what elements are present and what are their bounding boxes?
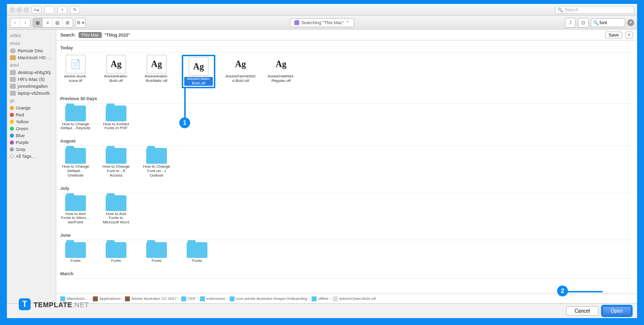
path-segment[interactable]: AdobeClean-Bold.otf (339, 296, 376, 301)
search-icon: 🔍 (558, 7, 563, 12)
arrange-button[interactable]: ⚙ ▾ (75, 18, 86, 28)
sidebar-item-remote-disc[interactable]: Remote Disc (7, 47, 56, 54)
path-segment[interactable]: Applications (99, 296, 121, 301)
chevron-updown-icon: ⌃ (346, 20, 350, 25)
file-item[interactable]: AgAdobeFanHeitiStd-Bold.otf (225, 55, 256, 88)
file-item[interactable]: AgAdobeHaitiStd-Regular.otf (266, 55, 296, 88)
path-segment[interactable]: Adobe Illustrator CC 2017 (131, 296, 177, 301)
section-today: Today (60, 43, 633, 53)
sidebar-item-hdd[interactable]: Macintosh HD … (7, 54, 56, 61)
path-segment[interactable]: extensions (206, 296, 225, 301)
path-icon (230, 296, 235, 301)
file-item[interactable]: Fonts (141, 242, 172, 263)
folder-icon (294, 20, 299, 25)
callout-line (184, 88, 186, 117)
folder-icon (65, 195, 86, 211)
folder-icon (106, 242, 126, 258)
file-label: AdobeArabic-Bold.otf (101, 74, 131, 83)
path-segment[interactable]: offline (318, 296, 328, 301)
sidebar-item-shared[interactable]: jonnelmegallen (7, 83, 56, 90)
callout-line (563, 291, 603, 292)
action-button-2[interactable]: ⊡ (578, 18, 589, 28)
file-item[interactable]: How to Change Font on…t Outlook (141, 148, 172, 178)
sidebar-item-shared[interactable]: HR's iMac (5) (7, 76, 56, 83)
save-search-button[interactable]: Save (605, 32, 622, 38)
titlebar-button[interactable] (44, 6, 54, 14)
sidebar-item-shared[interactable]: laptop-v82euu8t (7, 90, 56, 97)
content-area: Search: This Mac "Tblog 2022" Save + Tod… (56, 30, 637, 303)
path-segment[interactable]: CEP (188, 296, 196, 301)
file-item[interactable]: 📄adobe-stock-icons.tif (60, 55, 91, 88)
font-style-button[interactable]: Aa (32, 6, 41, 14)
view-switcher[interactable]: ▦≡▤⊞ (33, 18, 73, 28)
file-label: Fonts (152, 259, 161, 263)
sidebar-tag[interactable]: Green (7, 125, 56, 132)
file-item[interactable]: AgAdobeClean-Bold.otf (182, 55, 215, 88)
file-item[interactable]: Fonts (182, 242, 212, 263)
location-bar[interactable]: Searching "This Mac"⌃ (290, 18, 354, 27)
file-label: adobe-stock-icons.tif (60, 74, 91, 83)
file-item[interactable]: How to Change Default…OneNote (60, 148, 91, 178)
file-label: How to Add Fonts to Microsoft Word (101, 212, 131, 225)
sidebar-tag[interactable]: Yellow (7, 118, 56, 125)
tag-dot-icon (10, 127, 14, 131)
sidebar-tag[interactable]: All Tags… (7, 153, 56, 160)
search-field[interactable]: 🔍font (591, 18, 625, 27)
path-icon (200, 296, 205, 301)
file-label: How to Change Font on…t Outlook (141, 165, 172, 178)
path-icon (93, 296, 98, 301)
font-thumbnail: Ag (189, 57, 208, 76)
section-july: July (60, 184, 633, 193)
hdd-icon (10, 55, 16, 60)
add-tab-button[interactable]: + (57, 6, 67, 14)
file-item[interactable]: How to Embed Fonts in PDF (101, 106, 131, 131)
traffic-lights (10, 7, 29, 12)
sidebar-tag[interactable]: Orange (7, 105, 56, 111)
tag-dot-icon (10, 154, 14, 158)
tag-dot-icon (10, 134, 14, 138)
sidebar-item-shared[interactable]: desktop-ehbg30j (7, 69, 56, 76)
search-label: Search: (60, 33, 76, 37)
action-button[interactable]: ⤴ (565, 18, 576, 28)
scope-folder[interactable]: "Tblog 2022" (105, 33, 130, 37)
file-item[interactable]: How to Add Fonts to Micro…werPoint (60, 195, 91, 225)
file-item[interactable]: AgAdobeArabic-Bold.otf (101, 55, 131, 88)
cancel-button[interactable]: Cancel (566, 306, 598, 316)
file-label: AdobeFanHeitiStd-Bold.otf (225, 74, 256, 83)
folder-icon (187, 242, 207, 258)
scope-this-mac[interactable]: This Mac (79, 32, 102, 38)
search-scope-bar: Search: This Mac "Tblog 2022" Save + (56, 30, 637, 40)
folder-icon (106, 148, 126, 164)
file-item[interactable]: AgAdobeArabic-BoldItalic.otf (141, 55, 172, 88)
sidebar-tag[interactable]: Gray (7, 146, 56, 153)
file-label: How to Change Font in…ft Access (101, 165, 131, 178)
sidebar-tag[interactable]: Purple (7, 139, 56, 146)
tag-dot-icon (10, 120, 14, 124)
file-label: AdobeArabic-BoldItalic.otf (141, 74, 172, 83)
display-icon (10, 91, 16, 96)
file-item[interactable]: Fonts (101, 242, 131, 263)
file-item[interactable]: Fonts (60, 242, 91, 263)
folder-icon (146, 242, 167, 258)
open-button[interactable]: Open (603, 306, 631, 316)
add-criteria-button[interactable]: + (625, 32, 633, 38)
edit-button[interactable]: ✎ (70, 6, 80, 14)
brand-icon: T (19, 298, 31, 310)
file-label: AdobeClean-Bold.otf (184, 77, 213, 86)
nav-back-forward[interactable]: ‹› (10, 18, 31, 28)
sidebar-header: vices (7, 39, 56, 47)
path-bar: Macintosh…›Applications›Adobe Illustrato… (56, 293, 637, 303)
sidebar-tag[interactable]: Red (7, 111, 56, 118)
titlebar-search[interactable]: 🔍Search (555, 6, 634, 14)
file-item[interactable]: How to Change Defaul…Keynote (60, 106, 91, 131)
file-item[interactable]: How to Change Font in…ft Access (101, 148, 131, 178)
tag-dot-icon (10, 113, 14, 117)
path-segment[interactable]: com.adobe.illustrator.Shape-OnBoarding (236, 296, 308, 301)
file-item[interactable]: How to Add Fonts to Microsoft Word (101, 195, 131, 225)
display-icon (10, 77, 16, 82)
sidebar-tag[interactable]: Blue (7, 132, 56, 139)
file-label: How to Change Default…OneNote (60, 165, 91, 178)
file-label: How to Add Fonts to Micro…werPoint (60, 212, 91, 225)
file-label: Fonts (71, 259, 80, 263)
clear-search-button[interactable]: ✕ (627, 19, 634, 26)
